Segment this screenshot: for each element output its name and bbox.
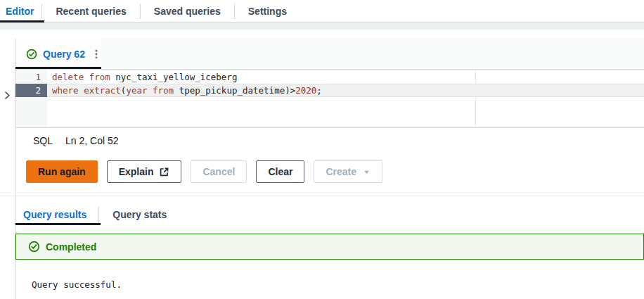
sql-code-editor[interactable]: 1 delete from nyc_taxi_yellow_iceberg 2 … xyxy=(15,70,644,127)
line-number: 1 xyxy=(15,70,47,84)
create-button[interactable]: Create xyxy=(314,160,382,183)
tab-settings[interactable]: Settings xyxy=(235,6,300,17)
code-token: from xyxy=(153,85,174,96)
code-text: delete from nyc_taxi_yellow_iceberg xyxy=(47,70,237,84)
query-tab-bar: Query 62 xyxy=(15,39,644,70)
code-token: from xyxy=(89,72,110,82)
explain-button[interactable]: Explain xyxy=(107,160,182,183)
check-circle-icon xyxy=(26,49,37,60)
run-again-button[interactable]: Run again xyxy=(26,160,98,183)
code-line[interactable]: 2 where extract(year from tpep_pickup_da… xyxy=(15,84,644,97)
athena-query-editor: Editor Recent queries Saved queries Sett… xyxy=(0,0,644,299)
code-token xyxy=(84,72,89,82)
left-panel-rail xyxy=(0,39,15,299)
active-tab-underline xyxy=(0,20,44,23)
query-completed-banner: Completed xyxy=(15,234,644,260)
code-token: delete xyxy=(52,72,84,82)
language-label: SQL xyxy=(33,135,53,146)
cancel-button[interactable]: Cancel xyxy=(191,160,247,183)
code-token xyxy=(148,85,153,96)
query-tab-menu-button[interactable] xyxy=(91,49,101,60)
kebab-menu-icon xyxy=(91,49,101,60)
active-query-tab-underline xyxy=(15,67,101,69)
expand-panel-button[interactable] xyxy=(1,89,14,102)
code-text: where extract(year from tpep_pickup_date… xyxy=(47,84,322,97)
tab-saved-queries[interactable]: Saved queries xyxy=(141,6,234,17)
tab-recent-queries[interactable]: Recent queries xyxy=(42,6,139,17)
cursor-position: Ln 2, Col 52 xyxy=(65,135,119,146)
chevron-right-icon xyxy=(3,91,12,100)
query-result-message: Query successful. xyxy=(32,279,122,290)
code-token: nyc_taxi_yellow_iceberg xyxy=(110,72,238,82)
results-tab-bar: Query results Query stats xyxy=(15,204,644,225)
code-line[interactable]: 1 delete from nyc_taxi_yellow_iceberg xyxy=(15,70,644,84)
tab-query-stats[interactable]: Query stats xyxy=(99,209,180,220)
explain-button-label: Explain xyxy=(119,166,154,177)
tab-editor[interactable]: Editor xyxy=(0,6,41,17)
section-divider xyxy=(0,196,644,196)
code-token: where xyxy=(52,85,79,96)
code-token: ; xyxy=(316,85,322,96)
top-tab-bar: Editor Recent queries Saved queries Sett… xyxy=(0,0,644,23)
action-button-row: Run again Explain Cancel Clear Create xyxy=(26,160,382,183)
code-token: 2020 xyxy=(295,85,316,96)
check-circle-icon xyxy=(28,241,40,253)
active-results-tab-underline xyxy=(15,223,101,225)
code-token: year xyxy=(126,85,147,96)
create-button-label: Create xyxy=(326,166,356,177)
code-token: tpep_pickup_datetime)> xyxy=(174,85,295,96)
header-separator-band xyxy=(0,23,644,30)
line-number-active: 2 xyxy=(15,84,47,97)
banner-status-label: Completed xyxy=(46,241,96,253)
external-link-icon xyxy=(159,167,169,177)
editor-status-bar: SQL Ln 2, Col 52 xyxy=(15,127,644,153)
tab-query-results[interactable]: Query results xyxy=(15,209,98,220)
query-tab[interactable]: Query 62 xyxy=(15,39,101,69)
query-tab-label: Query 62 xyxy=(43,49,85,60)
clear-button[interactable]: Clear xyxy=(256,160,304,183)
code-token: extract xyxy=(84,85,121,96)
caret-down-icon xyxy=(363,168,371,176)
